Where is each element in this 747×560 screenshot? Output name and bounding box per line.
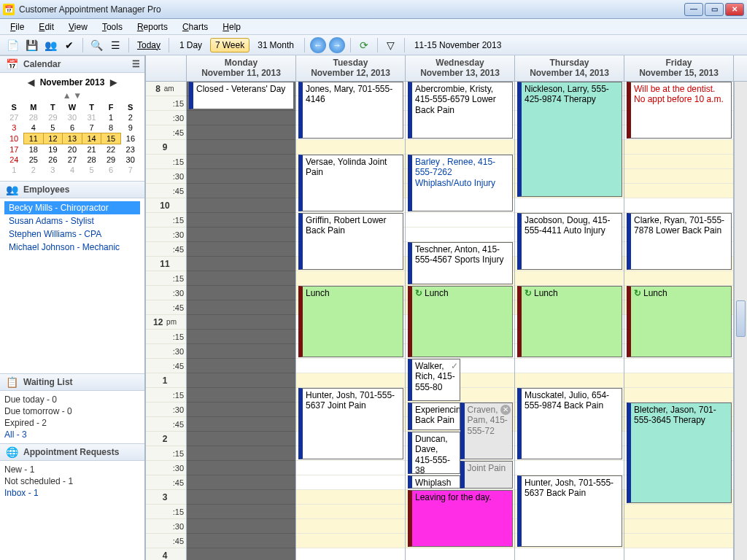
appointment[interactable]: Abercrombie, Kristy, 415-555-6579 Lower … — [408, 82, 513, 139]
waiting-section-header[interactable]: 📋 Waiting List — [0, 373, 144, 391]
mini-cal-day[interactable]: 17 — [4, 144, 24, 155]
menu-file[interactable]: File — [4, 20, 30, 34]
mini-cal-day[interactable]: 7 — [120, 165, 140, 175]
mini-cal-day[interactable]: 7 — [82, 122, 101, 133]
appointment[interactable]: Walker, Rich, 415-555-80✓ — [408, 359, 460, 401]
up-button[interactable]: ▲ — [63, 90, 71, 101]
appointment[interactable]: ↻Lunch — [627, 286, 732, 357]
prev-month-button[interactable]: ◀ — [28, 77, 34, 88]
mini-cal-day[interactable]: 13 — [63, 133, 82, 144]
appointment[interactable]: Hunter, Josh, 701-555-5637 Joint Pain — [298, 388, 403, 459]
mini-cal-day[interactable]: 23 — [120, 144, 140, 155]
appointment[interactable]: Clarke, Ryan, 701-555-7878 Lower Back Pa… — [627, 213, 732, 270]
employee-item[interactable]: Becky Mills - Chiropractor — [4, 201, 140, 214]
mini-cal-day[interactable]: 10 — [4, 133, 24, 144]
appointment[interactable]: Joint Pain — [460, 461, 514, 489]
mini-cal-day[interactable]: 4 — [63, 165, 82, 175]
appointment[interactable]: Versae, Yolinda Joint Pain — [298, 155, 403, 211]
waiting-due-today[interactable]: Due today - 0 — [4, 394, 140, 405]
requests-inbox[interactable]: Inbox - 1 — [4, 487, 140, 499]
mini-cal-day[interactable]: 18 — [24, 144, 44, 155]
next-month-button[interactable]: ▶ — [110, 77, 117, 88]
mini-cal-day[interactable]: 2 — [120, 112, 140, 122]
scrollbar-thumb[interactable] — [736, 300, 746, 337]
mini-cal-day[interactable]: 25 — [24, 155, 44, 165]
mini-cal-day[interactable]: 1 — [4, 165, 24, 175]
day-column[interactable]: Abercrombie, Kristy, 415-555-6579 Lower … — [406, 82, 515, 560]
mini-cal-day[interactable]: 24 — [4, 155, 24, 165]
mini-cal-day[interactable]: 31 — [82, 112, 101, 122]
save-icon[interactable]: 💾 — [23, 37, 39, 53]
appointment[interactable]: ↻Lunch — [408, 286, 513, 357]
cancel-icon[interactable]: ✕ — [500, 405, 511, 415]
mini-cal-day[interactable]: 20 — [63, 144, 82, 155]
mini-cal-day[interactable]: 29 — [101, 155, 121, 165]
waiting-expired[interactable]: Expired - 2 — [4, 417, 140, 429]
mini-cal-day[interactable]: 29 — [43, 112, 63, 122]
appointment[interactable]: ↻Lunch — [517, 286, 622, 357]
appointment[interactable]: Duncan, Dave, 415-555-38 — [408, 432, 460, 474]
mini-cal-day[interactable]: 28 — [82, 155, 101, 165]
menu-reports[interactable]: Reports — [131, 20, 174, 34]
appointment[interactable]: Musckatel, Julio, 654-555-9874 Back Pain — [517, 388, 622, 459]
mini-cal-day[interactable]: 8 — [101, 122, 121, 133]
appointment[interactable]: Closed - Veterans' Day — [189, 82, 294, 109]
appointment[interactable]: Teschner, Anton, 415-555-4567 Sports Inj… — [408, 242, 513, 284]
mini-cal-grid[interactable]: SMTWTFS272829303112345678910111213141516… — [4, 102, 140, 175]
find-icon[interactable]: 🔍 — [88, 37, 104, 53]
mini-cal-day[interactable]: 30 — [63, 112, 82, 122]
day-column[interactable]: Closed - Veterans' Day — [187, 82, 296, 560]
new-icon[interactable]: 📄 — [4, 37, 20, 53]
mini-cal-day[interactable]: 3 — [4, 122, 24, 133]
menu-tools[interactable]: Tools — [96, 20, 128, 34]
appointment[interactable]: Craven, Pam, 415-555-72✕ — [460, 402, 514, 459]
menu-view[interactable]: View — [63, 20, 93, 34]
appointment[interactable]: Jacobson, Doug, 415-555-4411 Auto Injury — [517, 213, 622, 270]
day-column[interactable]: Will be at the dentist. No appt before 1… — [624, 82, 734, 560]
appointment[interactable]: Nickleson, Larry, 555-425-9874 Therapy — [517, 82, 622, 197]
appointment[interactable]: Will be at the dentist. No appt before 1… — [627, 82, 732, 139]
refresh-icon[interactable]: ⟳ — [356, 37, 372, 53]
mini-cal-day[interactable]: 6 — [63, 122, 82, 133]
requests-section-header[interactable]: 🌐 Appointment Requests — [0, 443, 144, 461]
next-button[interactable]: → — [329, 37, 345, 53]
mini-cal-day[interactable]: 14 — [82, 133, 101, 144]
day-column[interactable]: Nickleson, Larry, 555-425-9874 TherapyJa… — [515, 82, 624, 560]
down-button[interactable]: ▼ — [73, 90, 82, 101]
appointment[interactable]: Barley , Renee, 415-555-7262 Whiplash/Au… — [408, 155, 513, 211]
calendar-section-header[interactable]: 📅 Calendar ☰ — [0, 55, 144, 73]
mini-cal-day[interactable]: 1 — [101, 112, 121, 122]
appointment[interactable]: Jones, Mary, 701-555-4146 — [298, 82, 403, 139]
day-header[interactable]: FridayNovember 15, 2013 — [624, 55, 734, 81]
list-icon[interactable]: ☰ — [107, 37, 123, 53]
day-header[interactable]: MondayNovember 11, 2013 — [187, 55, 296, 81]
day-header[interactable]: ThursdayNovember 14, 2013 — [515, 55, 624, 81]
appointment[interactable]: Hunter, Josh, 701-555-5637 Back Pain — [517, 475, 622, 547]
menu-edit[interactable]: Edit — [33, 20, 60, 34]
menu-charts[interactable]: Charts — [177, 20, 214, 34]
employee-item[interactable]: Susan Adams - Stylist — [4, 214, 140, 228]
user-icon[interactable]: 👥 — [42, 37, 58, 53]
mini-cal-day[interactable]: 28 — [24, 112, 44, 122]
vertical-scrollbar[interactable] — [734, 82, 747, 560]
waiting-due-tomorrow[interactable]: Due tomorrow - 0 — [4, 405, 140, 417]
menu-help[interactable]: Help — [217, 20, 247, 34]
day-header[interactable]: TuesdayNovember 12, 2013 — [296, 55, 406, 81]
employee-item[interactable]: Stephen Williams - CPA — [4, 228, 140, 241]
requests-not-scheduled[interactable]: Not scheduled - 1 — [4, 475, 140, 487]
mini-cal-day[interactable]: 27 — [4, 112, 24, 122]
close-button[interactable]: ✕ — [725, 3, 744, 16]
prev-button[interactable]: ← — [310, 37, 326, 53]
appointment[interactable]: Whiplash — [408, 475, 460, 489]
appointment[interactable]: Leaving for the day. — [408, 490, 513, 547]
mini-cal-day[interactable]: 4 — [24, 122, 44, 133]
mini-cal-day[interactable]: 21 — [82, 144, 101, 155]
appointment[interactable]: Experiencing Back Pain — [408, 402, 460, 430]
maximize-button[interactable]: ▭ — [705, 3, 724, 16]
day-header[interactable]: WednesdayNovember 13, 2013 — [406, 55, 515, 81]
collapse-icon[interactable]: ☰ — [132, 59, 140, 69]
appointment[interactable]: Bletcher, Jason, 701-555-3645 Therapy — [627, 402, 732, 503]
employees-section-header[interactable]: 👥 Employees — [0, 181, 144, 198]
today-button[interactable]: Today — [134, 40, 163, 50]
mini-cal-day[interactable]: 27 — [63, 155, 82, 165]
